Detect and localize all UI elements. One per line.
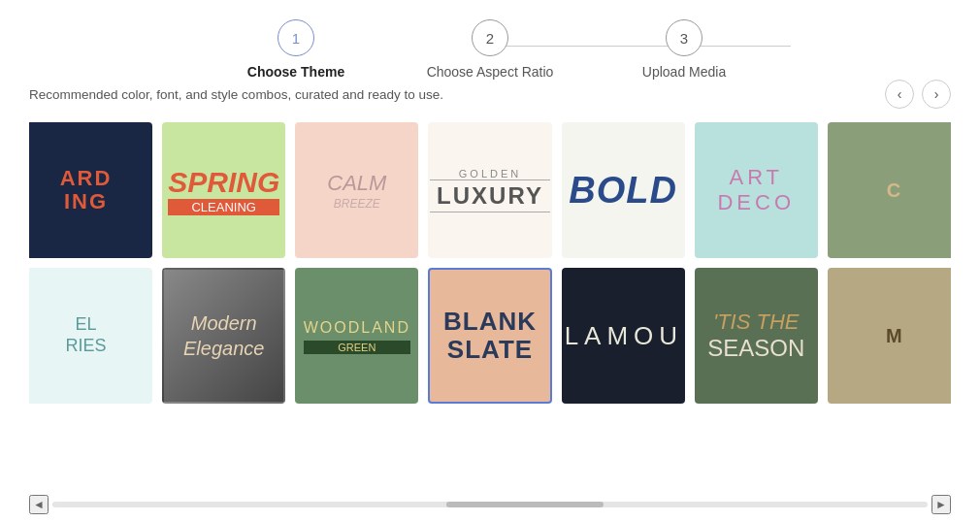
woodland-text: WOODLAND [304,317,410,339]
tis-season-text: SEASON [707,335,804,362]
scrollbar-area: ◄ ► [29,497,951,512]
theme-grid: ARDING SPRING CLEANING CALM BREEZE GOLDE… [29,122,951,487]
step-2-label: Choose Aspect Ratio [427,64,554,80]
bold-text: BOLD [569,170,677,212]
modern-text: ModernElegance [183,310,264,361]
art-deco-text: ARTDECO [717,165,795,216]
spring-sub: CLEANING [168,199,279,215]
theme-card-modern[interactable]: ModernElegance [162,268,285,404]
step-1-label: Choose Theme [247,64,344,80]
nav-arrows: ‹ › [885,80,951,109]
page-wrapper: 1 Choose Theme 2 Choose Aspect Ratio 3 U… [0,0,980,522]
scroll-left-btn[interactable]: ◄ [29,495,49,514]
theme-card-hard-times[interactable]: ARDING [29,122,152,258]
calm-sub: BREEZE [327,197,386,211]
theme-card-spring[interactable]: SPRING CLEANING [162,122,285,258]
theme-card-golden[interactable]: GOLDEN LUXURY [428,122,551,258]
theme-card-glamour[interactable]: GLAMOUR [562,268,685,404]
stepper: 1 Choose Theme 2 Choose Aspect Ratio 3 U… [29,19,951,80]
step-2[interactable]: 2 Choose Aspect Ratio [393,19,587,80]
tis-text: 'TIS THE [707,310,804,335]
spring-text: SPRING [168,166,279,199]
theme-card-art-deco[interactable]: ARTDECO [695,122,818,258]
theme-card-el-ries[interactable]: ELRIES [29,268,152,404]
scrollbar-wrapper: ◄ ► [29,495,951,514]
calm-text: CALM [327,170,386,198]
step-2-circle: 2 [472,19,508,56]
theme-card-calm[interactable]: CALM BREEZE [295,122,418,258]
step-3-circle: 3 [666,19,702,56]
next-arrow[interactable]: › [922,80,951,109]
theme-card-m[interactable]: M [828,268,951,404]
step-3-label: Upload Media [642,64,726,80]
theme-card-woodland[interactable]: WOODLAND GREEN [295,268,418,404]
hard-times-text: ARDING [60,167,113,213]
partial-c-text: C [887,179,901,202]
subtitle-text: Recommended color, font, and style combo… [29,87,443,102]
prev-arrow[interactable]: ‹ [885,80,914,109]
scroll-right-btn[interactable]: ► [931,495,951,514]
el-ries-text: ELRIES [66,314,107,356]
theme-card-c[interactable]: C [828,122,951,258]
step-3[interactable]: 3 Upload Media [587,19,781,80]
theme-card-tis[interactable]: 'TIS THE SEASON [695,268,818,404]
step-1[interactable]: 1 Choose Theme [199,19,393,80]
partial-m-text: M [886,325,902,347]
scrollbar-track[interactable] [52,502,928,507]
woodland-sub: GREEN [304,341,410,354]
luxury-text: LUXURY [428,179,551,212]
blank-text: BLANKSLATE [443,308,537,363]
scrollbar-thumb[interactable] [446,502,604,507]
golden-text: GOLDEN [428,168,551,179]
theme-card-bold[interactable]: BOLD [562,122,685,258]
glamour-text: GLAMOUR [562,321,685,351]
subtitle-row: Recommended color, font, and style combo… [29,80,951,109]
theme-card-blank-slate[interactable]: BLANKSLATE [428,268,551,404]
step-1-circle: 1 [278,19,314,56]
